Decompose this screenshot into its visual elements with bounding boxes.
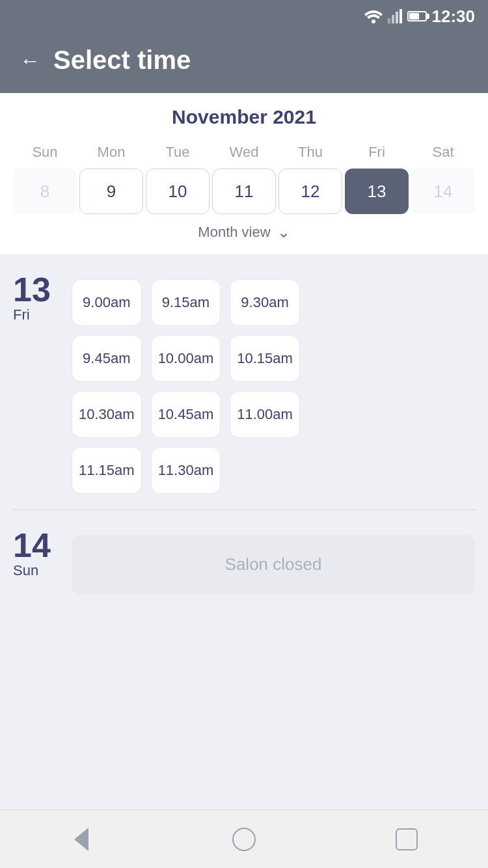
col-header-mon: Mon xyxy=(79,139,143,166)
time-slot-915[interactable]: 9.15am xyxy=(151,279,221,326)
signal-icon xyxy=(388,9,402,23)
chevron-down-icon: ⌄ xyxy=(277,223,290,241)
col-header-tue: Tue xyxy=(146,139,210,166)
back-button[interactable]: ← xyxy=(20,50,40,71)
col-header-fri: Fri xyxy=(345,139,409,166)
day-cell-14: 14 xyxy=(411,169,475,214)
col-header-wed: Wed xyxy=(212,139,276,166)
time-slot-1030[interactable]: 10.30am xyxy=(72,391,142,438)
time-slot-1115[interactable]: 11.15am xyxy=(72,447,142,494)
wifi-icon xyxy=(364,9,383,23)
day-cell-9[interactable]: 9 xyxy=(79,169,143,214)
nav-bar xyxy=(0,809,488,868)
time-slot-1100[interactable]: 11.00am xyxy=(230,391,300,438)
nav-back-button[interactable] xyxy=(65,823,98,856)
home-nav-icon xyxy=(232,828,256,851)
time-slots-13: 9.00am 9.15am 9.30am 9.45am 10.00am 10.1… xyxy=(72,279,300,494)
col-header-sat: Sat xyxy=(411,139,475,166)
month-year-label: November 2021 xyxy=(13,106,475,128)
day-block-13: 13 Fri 9.00am 9.15am 9.30am 9.45am 10.00… xyxy=(0,254,488,509)
day-info-14: 14 Sun xyxy=(13,526,59,579)
header: ← Select time xyxy=(0,33,488,93)
time-slot-1015[interactable]: 10.15am xyxy=(230,335,300,382)
svg-rect-3 xyxy=(396,12,398,23)
status-icons: 12:30 xyxy=(364,7,476,27)
svg-rect-2 xyxy=(392,15,394,23)
svg-point-0 xyxy=(372,20,375,23)
time-slot-1045[interactable]: 10.45am xyxy=(151,391,221,438)
day-number-14: 14 xyxy=(13,528,59,562)
status-time: 12:30 xyxy=(432,7,476,27)
day-number-13: 13 xyxy=(13,273,59,306)
recents-nav-icon xyxy=(396,828,418,850)
day-block-14: 14 Sun Salon closed xyxy=(0,510,488,610)
day-name-14: Sun xyxy=(13,562,59,579)
col-header-thu: Thu xyxy=(278,139,342,166)
svg-rect-4 xyxy=(400,9,402,23)
back-nav-icon xyxy=(74,828,88,851)
day-cell-12[interactable]: 12 xyxy=(278,169,342,214)
calendar-section: November 2021 Sun Mon Tue Wed Thu Fri Sa… xyxy=(0,93,488,254)
nav-recents-button[interactable] xyxy=(390,823,423,856)
day-cell-8: 8 xyxy=(13,169,77,214)
day-cell-13[interactable]: 13 xyxy=(345,169,409,214)
time-slot-900[interactable]: 9.00am xyxy=(72,279,142,326)
battery-icon xyxy=(407,11,427,21)
nav-home-button[interactable] xyxy=(228,823,260,856)
calendar-grid: Sun Mon Tue Wed Thu Fri Sat 8 9 10 11 12… xyxy=(13,139,475,214)
month-view-label: Month view xyxy=(198,224,270,241)
status-bar: 12:30 xyxy=(0,0,488,33)
day-name-13: Fri xyxy=(13,306,59,323)
col-header-sun: Sun xyxy=(13,139,77,166)
page-title: Select time xyxy=(53,46,191,75)
day-cell-10[interactable]: 10 xyxy=(146,169,210,214)
time-section: 13 Fri 9.00am 9.15am 9.30am 9.45am 10.00… xyxy=(0,254,488,809)
svg-rect-1 xyxy=(388,18,390,23)
day-info-13: 13 Fri xyxy=(13,270,59,323)
month-view-toggle[interactable]: Month view ⌄ xyxy=(13,214,475,248)
time-slot-1000[interactable]: 10.00am xyxy=(151,335,221,382)
time-slot-1130[interactable]: 11.30am xyxy=(151,447,221,494)
time-slot-930[interactable]: 9.30am xyxy=(230,279,300,326)
day-cell-11[interactable]: 11 xyxy=(212,169,276,214)
time-slot-945[interactable]: 9.45am xyxy=(72,335,142,382)
salon-closed-banner: Salon closed xyxy=(72,535,475,594)
